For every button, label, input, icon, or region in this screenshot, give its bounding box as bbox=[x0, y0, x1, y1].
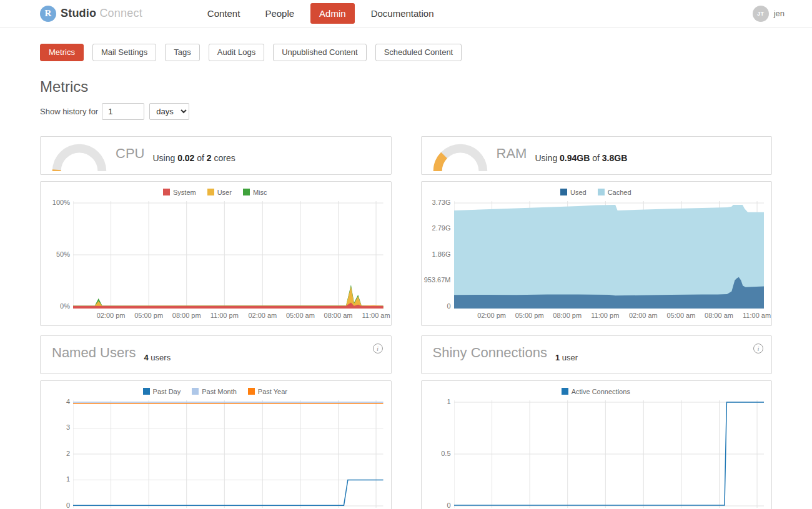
history-value-input[interactable] bbox=[102, 103, 144, 120]
tab-scheduled-content[interactable]: Scheduled Content bbox=[375, 44, 462, 61]
y-tick-label: 4 bbox=[66, 398, 70, 405]
named-users-chart-y-axis: 43210 bbox=[47, 400, 73, 508]
shiny-connections-title: Shiny Connections bbox=[433, 346, 547, 360]
shiny-connections-count: 1 user bbox=[555, 353, 578, 362]
x-tick-label: 11:00 am bbox=[743, 312, 771, 319]
named-users-title: Named Users bbox=[52, 346, 136, 360]
app-logo[interactable]: R Studio Connect bbox=[40, 6, 142, 22]
cpu-chart-plot bbox=[73, 201, 384, 309]
x-tick-label: 02:00 am bbox=[248, 312, 277, 319]
x-tick-label: 05:00 pm bbox=[134, 312, 163, 319]
legend-item: Past Month bbox=[192, 388, 237, 396]
x-tick-label: 05:00 pm bbox=[515, 312, 544, 319]
named-users-chart-legend: Past DayPast MonthPast Year bbox=[47, 388, 384, 396]
y-tick-label: 1 bbox=[66, 475, 70, 483]
y-tick-label: 1 bbox=[447, 398, 450, 405]
tab-metrics[interactable]: Metrics bbox=[40, 44, 84, 61]
cpu-usage-text: Using 0.02 of 2 cores bbox=[152, 153, 235, 163]
cpu-usage-prefix: Using bbox=[152, 153, 175, 163]
legend-item: Active Connections bbox=[562, 388, 630, 396]
cpu-chart-panel: SystemUserMisc 100%50%0% 02:00 pm05:00 p… bbox=[40, 181, 392, 326]
info-icon[interactable]: i bbox=[373, 343, 383, 353]
shiny-connections-chart-y-axis: 10.50 bbox=[428, 400, 454, 508]
cpu-chart-y-axis: 100%50%0% bbox=[47, 201, 73, 309]
y-tick-label: 50% bbox=[56, 250, 70, 258]
named-users-count-label: users bbox=[151, 353, 171, 362]
r-logo-icon: R bbox=[40, 6, 56, 22]
named-users-count: 4 users bbox=[144, 353, 171, 362]
ram-usage-mid: of bbox=[592, 153, 600, 163]
cpu-usage-suffix: cores bbox=[214, 153, 235, 163]
named-users-card: Named Users 4 users i bbox=[40, 335, 392, 374]
x-tick-label: 08:00 pm bbox=[553, 312, 582, 319]
shiny-connections-card: Shiny Connections 1 user i bbox=[421, 335, 773, 374]
y-tick-label: 0% bbox=[60, 302, 70, 310]
named-users-chart-plot bbox=[73, 400, 384, 508]
ram-chart-plot bbox=[454, 201, 765, 309]
ram-usage-used: 0.94GB bbox=[560, 153, 590, 163]
y-tick-label: 3 bbox=[66, 423, 70, 431]
legend-swatch bbox=[248, 388, 255, 395]
shiny-connections-count-value: 1 bbox=[555, 353, 560, 362]
x-tick-label: 08:00 am bbox=[324, 312, 353, 319]
legend-swatch bbox=[192, 388, 199, 395]
named-users-chart-panel: Past DayPast MonthPast Year 43210 02:00 … bbox=[40, 380, 392, 509]
ram-chart-x-axis: 02:00 pm05:00 pm08:00 pm11:00 pm02:00 am… bbox=[454, 309, 765, 322]
nav-admin[interactable]: Admin bbox=[310, 3, 355, 24]
nav-content[interactable]: Content bbox=[199, 3, 249, 24]
brand-text: Studio Connect bbox=[61, 7, 142, 20]
x-tick-label: 02:00 pm bbox=[477, 312, 506, 319]
history-controls: Show history for days bbox=[40, 103, 772, 120]
shiny-connections-chart-panel: Active Connections 10.50 02:00 pm05:00 p… bbox=[421, 380, 773, 509]
x-tick-label: 08:00 am bbox=[705, 312, 733, 319]
legend-item: Past Year bbox=[248, 388, 287, 396]
nav-people[interactable]: People bbox=[256, 3, 303, 24]
shiny-connections-chart-plot bbox=[454, 400, 765, 508]
main-nav: Content People Admin Documentation bbox=[199, 3, 450, 24]
y-tick-label: 100% bbox=[52, 199, 70, 206]
x-tick-label: 05:00 am bbox=[666, 312, 695, 319]
y-tick-label: 0 bbox=[447, 502, 450, 509]
ram-usage-total: 3.8GB bbox=[602, 153, 627, 163]
legend-item: Past Day bbox=[143, 388, 181, 396]
tab-audit-logs[interactable]: Audit Logs bbox=[209, 44, 264, 61]
legend-item: Cached bbox=[598, 189, 631, 197]
nav-documentation[interactable]: Documentation bbox=[362, 3, 443, 24]
top-bar: R Studio Connect Content People Admin Do… bbox=[0, 0, 812, 27]
ram-chart-panel: UsedCached 3.73G2.79G1.86G953.67M0 02:00… bbox=[421, 181, 773, 326]
y-tick-label: 0 bbox=[66, 502, 70, 509]
legend-swatch bbox=[598, 189, 605, 195]
y-tick-label: 2 bbox=[66, 450, 70, 457]
cpu-card: CPU Using 0.02 of 2 cores bbox=[40, 136, 392, 175]
legend-swatch bbox=[207, 189, 214, 195]
tab-unpublished-content[interactable]: Unpublished Content bbox=[273, 44, 366, 61]
ram-usage-prefix: Using bbox=[535, 153, 557, 163]
shiny-connections-count-label: user bbox=[562, 353, 578, 362]
page-container: Metrics Mail Settings Tags Audit Logs Un… bbox=[0, 44, 812, 509]
cpu-usage-used: 0.02 bbox=[177, 153, 194, 163]
x-tick-label: 11:00 pm bbox=[591, 312, 619, 319]
info-icon[interactable]: i bbox=[753, 343, 763, 353]
avatar: JT bbox=[753, 6, 769, 22]
history-unit-select[interactable]: days bbox=[149, 103, 189, 120]
tab-mail-settings[interactable]: Mail Settings bbox=[92, 44, 156, 61]
cpu-usage-total: 2 bbox=[207, 153, 212, 163]
cpu-chart-x-axis: 02:00 pm05:00 pm08:00 pm11:00 pm02:00 am… bbox=[73, 309, 384, 322]
legend-swatch bbox=[243, 189, 250, 195]
user-menu[interactable]: JT jen bbox=[753, 6, 785, 22]
ram-title: RAM bbox=[497, 147, 527, 161]
legend-swatch bbox=[562, 388, 568, 395]
x-tick-label: 08:00 pm bbox=[172, 312, 201, 319]
ram-chart-legend: UsedCached bbox=[428, 189, 765, 197]
legend-item: Misc bbox=[243, 189, 267, 197]
y-tick-label: 953.67M bbox=[424, 276, 451, 284]
y-tick-label: 3.73G bbox=[432, 199, 451, 206]
x-tick-label: 05:00 am bbox=[286, 312, 315, 319]
tab-tags[interactable]: Tags bbox=[165, 44, 199, 61]
shiny-connections-chart-legend: Active Connections bbox=[428, 388, 765, 396]
named-users-count-value: 4 bbox=[144, 353, 148, 362]
x-tick-label: 02:00 am bbox=[629, 312, 658, 319]
history-label: Show history for bbox=[40, 107, 98, 116]
y-tick-label: 2.79G bbox=[432, 224, 451, 232]
cpu-gauge bbox=[51, 142, 108, 172]
